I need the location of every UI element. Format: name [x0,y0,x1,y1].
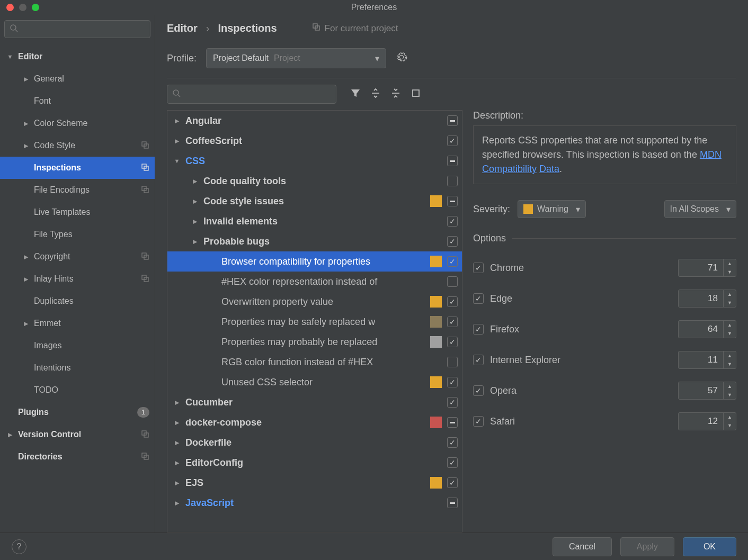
gear-icon[interactable] [396,51,407,66]
step-up-icon[interactable]: ▲ [724,413,736,421]
version-input[interactable] [679,263,723,273]
inspection-row[interactable]: Properties may be safely replaced w [167,312,462,332]
inspection-checkbox[interactable] [447,377,458,387]
sidebar-item-plugins[interactable]: Plugins1 [0,401,155,423]
inspection-checkbox[interactable] [447,337,458,347]
inspection-row[interactable]: #HEX color representation instead of [167,272,462,292]
version-input[interactable] [679,416,723,427]
inspection-checkbox[interactable] [447,397,458,408]
inspection-checkbox[interactable] [447,216,458,227]
sidebar-item-copyright[interactable]: ▶Copyright [0,246,155,268]
sidebar-item-code-style[interactable]: ▶Code Style [0,134,155,157]
severity-dropdown[interactable]: Warning ▾ [518,200,586,218]
sidebar-item-color-scheme[interactable]: ▶Color Scheme [0,112,155,134]
inspection-row[interactable]: ▶Invalid elements [167,211,462,231]
sidebar-item-intentions[interactable]: Intentions [0,357,155,379]
version-input[interactable] [679,293,723,304]
inspection-row[interactable]: ▶EJS [167,473,462,493]
inspection-checkbox[interactable] [447,417,458,428]
version-spinner[interactable]: ▲▼ [678,290,736,308]
profile-dropdown[interactable]: Project Default Project ▾ [206,48,386,68]
step-up-icon[interactable]: ▲ [724,382,736,391]
version-spinner[interactable]: ▲▼ [678,351,736,369]
inspection-row[interactable]: Unused CSS selector [167,372,462,392]
inspection-row[interactable]: ▶EditorConfig [167,453,462,473]
sidebar-item-duplicates[interactable]: Duplicates [0,290,155,312]
filter-icon[interactable] [350,88,361,101]
option-checkbox[interactable] [473,263,484,273]
inspection-checkbox[interactable] [447,136,458,146]
version-input[interactable] [679,385,723,396]
inspection-row[interactable]: ▶Dockerfile [167,432,462,453]
inspection-row[interactable]: ▶JavaScript [167,493,462,513]
step-up-icon[interactable]: ▲ [724,351,736,360]
maximize-window-icon[interactable] [32,4,39,11]
sidebar-item-todo[interactable]: TODO [0,379,155,401]
reset-icon[interactable] [411,88,421,101]
inspection-row[interactable]: ▶CoffeeScript [167,131,462,151]
inspection-checkbox[interactable] [447,457,458,468]
sidebar-item-version-control[interactable]: ▶Version Control [0,423,155,446]
version-spinner[interactable]: ▲▼ [678,382,736,400]
step-down-icon[interactable]: ▼ [724,360,736,368]
inspection-checkbox[interactable] [447,156,458,166]
sidebar-search-input[interactable] [4,20,150,38]
step-down-icon[interactable]: ▼ [724,329,736,338]
option-checkbox[interactable] [473,293,484,304]
apply-button[interactable]: Apply [620,537,674,556]
option-checkbox[interactable] [473,355,484,365]
step-up-icon[interactable]: ▲ [724,290,736,299]
inspection-row[interactable]: ▶Code style issues [167,191,462,211]
sidebar-item-directories[interactable]: Directories [0,446,155,468]
inspection-row[interactable]: Properties may probably be replaced [167,332,462,352]
inspection-checkbox[interactable] [447,477,458,488]
inspection-checkbox[interactable] [447,437,458,448]
version-spinner[interactable]: ▲▼ [678,412,736,430]
step-down-icon[interactable]: ▼ [724,421,736,430]
cancel-button[interactable]: Cancel [553,537,612,556]
inspection-row[interactable]: RGB color function instead of #HEX [167,352,462,372]
step-down-icon[interactable]: ▼ [724,299,736,307]
inspection-row[interactable]: Overwritten property value [167,292,462,312]
option-checkbox[interactable] [473,324,484,335]
data-link[interactable]: Data [539,164,559,174]
inspection-checkbox[interactable] [447,115,458,126]
inspection-row[interactable]: ▶Cucumber [167,392,462,412]
step-down-icon[interactable]: ▼ [724,268,736,276]
sidebar-item-emmet[interactable]: ▶Emmet [0,312,155,335]
inspection-checkbox[interactable] [447,176,458,186]
inspection-checkbox[interactable] [447,357,458,367]
ok-button[interactable]: OK [683,537,736,556]
collapse-all-icon[interactable] [390,88,401,101]
close-window-icon[interactable] [6,4,14,11]
sidebar-item-inspections[interactable]: Inspections [0,157,155,179]
minimize-window-icon[interactable] [19,4,26,11]
step-up-icon[interactable]: ▲ [724,321,736,329]
inspection-checkbox[interactable] [447,498,458,508]
inspection-row[interactable]: ▶docker-compose [167,412,462,432]
inspection-row[interactable]: ▶Angular [167,111,462,131]
inspection-checkbox[interactable] [447,296,458,307]
scope-dropdown[interactable]: In All Scopes ▾ [664,200,737,218]
version-input[interactable] [679,355,723,365]
version-spinner[interactable]: ▲▼ [678,320,736,338]
inspection-row[interactable]: ▼CSS [167,151,462,171]
step-up-icon[interactable]: ▲ [724,259,736,268]
sidebar-item-images[interactable]: Images [0,335,155,357]
inspection-search-input[interactable] [167,85,336,104]
inspection-checkbox[interactable] [447,256,458,267]
inspection-checkbox[interactable] [447,196,458,206]
inspection-checkbox[interactable] [447,317,458,327]
version-input[interactable] [679,324,723,335]
help-button[interactable]: ? [12,539,26,554]
inspection-checkbox[interactable] [447,236,458,247]
inspection-row[interactable]: ▶Code quality tools [167,171,462,191]
sidebar-item-file-encodings[interactable]: File Encodings [0,179,155,201]
inspection-row[interactable]: ▶Probable bugs [167,231,462,251]
sidebar-item-live-templates[interactable]: Live Templates [0,201,155,223]
inspection-row[interactable]: Browser compatibility for properties [167,251,462,272]
inspection-tree[interactable]: ▶Angular▶CoffeeScript▼CSS▶Code quality t… [167,110,462,532]
step-down-icon[interactable]: ▼ [724,391,736,399]
sidebar-item-font[interactable]: Font [0,90,155,112]
sidebar-item-editor[interactable]: ▼Editor [0,46,155,68]
